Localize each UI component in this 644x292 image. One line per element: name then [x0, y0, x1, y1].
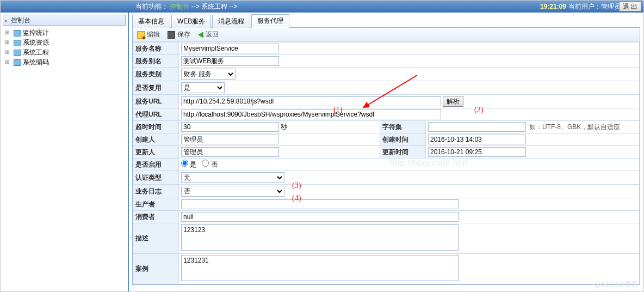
- current-user: 当前用户：管理员: [568, 2, 621, 11]
- form-panel: 编辑 保存 返回 服务名称 服务别名 服务类别 财务 服务: [132, 28, 640, 285]
- sidebar-item-monitor[interactable]: 监控统计: [5, 28, 126, 38]
- sidebar-item-project[interactable]: 系统工程: [5, 47, 126, 57]
- textarea-desc[interactable]: [181, 224, 459, 251]
- disk-icon: [168, 31, 175, 39]
- tab-web[interactable]: WEB服务: [171, 15, 211, 28]
- logout-button[interactable]: 退 出: [619, 2, 641, 11]
- crumb-prefix: 当前功能：: [135, 3, 168, 10]
- label-producer: 生产者: [133, 198, 179, 211]
- select-biz-log[interactable]: 否: [181, 186, 284, 197]
- input-charset[interactable]: [428, 122, 526, 132]
- tree-root[interactable]: 控制台: [3, 15, 126, 26]
- label-service-url: 服务URL: [133, 95, 179, 108]
- input-service-name[interactable]: [181, 44, 279, 53]
- tab-message[interactable]: 消息流程: [212, 15, 250, 28]
- unit-seconds: 秒: [281, 123, 287, 131]
- label-reuse: 是否复用: [133, 81, 179, 95]
- sidebar-item-resource[interactable]: 系统资源: [5, 38, 126, 47]
- folder-icon: [14, 59, 21, 66]
- select-auth-type[interactable]: 无: [181, 172, 284, 183]
- label-service-name: 服务名称: [133, 42, 179, 55]
- label-enabled: 是否启用: [133, 159, 179, 171]
- tab-proxy[interactable]: 服务代理: [251, 14, 289, 28]
- toolbar: 编辑 保存 返回: [133, 28, 640, 42]
- input-service-url[interactable]: [181, 96, 441, 106]
- radio-enabled-no-label[interactable]: 否: [202, 161, 217, 168]
- label-biz-log: 业务日志: [133, 185, 179, 198]
- label-creator: 创建人: [133, 133, 179, 146]
- sidebar: 控制台 监控统计 系统资源 系统工程 系统编码: [1, 13, 129, 292]
- select-service-type[interactable]: 财务 服务: [181, 69, 236, 80]
- crumb-rest: --> 系统工程 -->: [191, 3, 238, 10]
- label-charset: 字符集: [380, 121, 426, 133]
- input-timeout[interactable]: [181, 122, 279, 132]
- input-create-time[interactable]: [428, 135, 526, 144]
- hint-charset: 如：UTF-8、GBK，默认自适应: [526, 123, 620, 131]
- content-area: 基本信息 WEB服务 消息流程 服务代理 编辑 保存 返回 服务名称: [129, 13, 643, 292]
- label-auth-type: 认证类型: [133, 171, 179, 185]
- label-service-type: 服务类别: [133, 68, 179, 81]
- save-button[interactable]: 保存: [168, 30, 190, 39]
- breadcrumb: 当前功能： 控制台 --> 系统工程 -->: [135, 2, 237, 11]
- crumb-link-console[interactable]: 控制台: [170, 3, 189, 10]
- input-creator[interactable]: [181, 135, 279, 144]
- top-bar: 当前功能： 控制台 --> 系统工程 --> 19:21:09 当前用户：管理员…: [1, 1, 643, 13]
- label-update-time: 更新时间: [380, 146, 426, 159]
- input-updater[interactable]: [181, 147, 279, 157]
- folder-icon: [14, 40, 21, 46]
- label-proxy-url: 代理URL: [133, 108, 179, 121]
- radio-enabled-yes-label[interactable]: 是: [181, 161, 196, 168]
- tab-basic[interactable]: 基本信息: [132, 15, 170, 28]
- select-reuse[interactable]: 是: [181, 82, 225, 93]
- label-example: 案例: [133, 254, 179, 284]
- radio-enabled-no[interactable]: [202, 160, 209, 167]
- input-update-time[interactable]: [428, 147, 526, 157]
- tab-bar: 基本信息 WEB服务 消息流程 服务代理: [132, 15, 640, 28]
- sidebar-item-encode[interactable]: 系统编码: [5, 57, 126, 67]
- edit-button[interactable]: 编辑: [137, 30, 160, 39]
- arrow-left-icon: [198, 32, 203, 38]
- label-updater: 更新人: [133, 146, 179, 159]
- back-button[interactable]: 返回: [198, 30, 219, 39]
- label-consumer: 消费者: [133, 211, 179, 223]
- pencil-icon: [137, 31, 145, 39]
- folder-icon: [14, 30, 21, 36]
- app-brand: ESB管理控制台: [1, 0, 129, 1]
- folder-icon: [14, 50, 21, 56]
- textarea-example[interactable]: [181, 255, 459, 281]
- parse-button[interactable]: 解析: [443, 96, 463, 107]
- input-producer[interactable]: [181, 199, 459, 209]
- label-desc: 描述: [133, 223, 179, 254]
- input-consumer[interactable]: [181, 212, 459, 222]
- input-proxy-url[interactable]: [181, 110, 441, 119]
- label-timeout: 超时时间: [133, 121, 179, 133]
- label-service-alias: 服务别名: [133, 55, 179, 68]
- label-create-time: 创建时间: [380, 133, 426, 146]
- input-service-alias[interactable]: [181, 56, 279, 66]
- radio-enabled-yes[interactable]: [181, 160, 188, 167]
- clock: 19:21:09: [540, 3, 566, 10]
